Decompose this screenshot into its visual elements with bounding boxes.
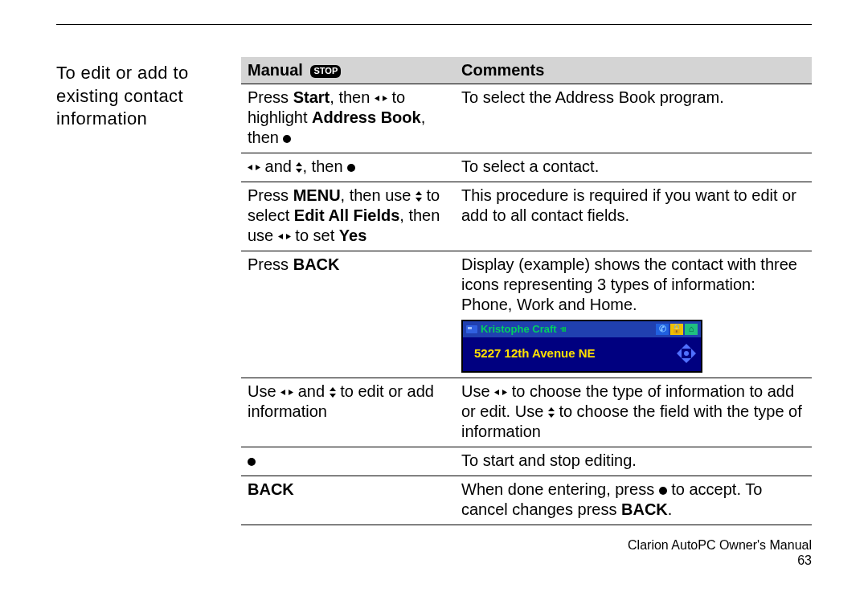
phone-icon: ✆ xyxy=(656,324,669,335)
table-row: BACK When done entering, press to accept… xyxy=(241,476,812,525)
table-row: Use and to edit or add information Use t… xyxy=(241,378,812,447)
up-down-icon xyxy=(330,387,336,398)
up-down-icon xyxy=(548,407,555,418)
text-bold: Yes xyxy=(339,227,366,244)
text: , then use xyxy=(341,186,416,204)
page-number: 63 xyxy=(628,553,812,568)
manual-cell xyxy=(241,447,455,476)
comment-cell: When done entering, press to accept. To … xyxy=(455,476,812,525)
comment-cell: This procedure is required if you want t… xyxy=(455,182,812,251)
left-right-icon xyxy=(248,165,260,171)
card-icon xyxy=(466,324,477,335)
table-row: and , then To select a contact. xyxy=(241,153,812,182)
enter-dot-icon xyxy=(248,458,256,466)
text-bold: BACK xyxy=(621,500,668,518)
manual-cell: Press BACK xyxy=(241,251,455,378)
left-right-icon xyxy=(280,390,293,396)
text-bold: BACK xyxy=(293,255,340,273)
text: and xyxy=(260,157,296,175)
instruction-table: Manual STOP Comments Press Start, then t… xyxy=(241,57,812,525)
lcd-example: Kristophe Craft ·ııı ✆ 🔒 ⌂ xyxy=(461,320,702,373)
dpad-icon xyxy=(677,344,696,363)
table-row: To start and stop editing. xyxy=(241,447,812,476)
col-manual: Manual STOP xyxy=(241,57,455,84)
work-icon: 🔒 xyxy=(670,324,683,335)
enter-dot-icon xyxy=(659,487,667,495)
top-rule xyxy=(56,24,812,25)
lcd-address: 5227 12th Avenue NE xyxy=(474,346,677,361)
text: to set xyxy=(291,227,339,244)
page-footer: Clarion AutoPC Owner's Manual 63 xyxy=(628,537,812,568)
manual-cell: Press MENU, then use to select Edit All … xyxy=(241,182,455,251)
comment-cell: To select a contact. xyxy=(455,153,812,182)
enter-dot-icon xyxy=(283,135,291,143)
manual-cell: and , then xyxy=(241,153,455,182)
text: Press xyxy=(248,88,293,106)
table-row: Press BACK Display (example) shows the c… xyxy=(241,251,812,378)
manual-cell: Press Start, then to highlight Address B… xyxy=(241,84,455,153)
enter-dot-icon xyxy=(347,164,355,172)
table-row: Press Start, then to highlight Address B… xyxy=(241,84,812,153)
section-heading: To edit or add to existing contact infor… xyxy=(56,57,241,131)
text: and xyxy=(293,382,329,400)
left-right-icon xyxy=(375,96,387,102)
text: Press xyxy=(248,255,293,273)
lcd-contact-name: Kristophe Craft xyxy=(481,323,557,336)
text: Press xyxy=(248,186,293,204)
text: . xyxy=(668,500,673,518)
text-bold: Address Book xyxy=(312,108,421,126)
home-icon: ⌂ xyxy=(685,324,698,335)
signal-icon: ·ııı xyxy=(560,325,566,335)
col-manual-label: Manual xyxy=(248,61,303,79)
manual-cell: BACK xyxy=(241,476,455,525)
text-bold: Edit All Fields xyxy=(294,206,400,224)
comment-cell: Display (example) shows the contact with… xyxy=(455,251,812,378)
comment-cell: To select the Address Book program. xyxy=(455,84,812,153)
text-bold: Start xyxy=(293,88,330,106)
col-comments: Comments xyxy=(455,57,812,84)
text: Use xyxy=(248,382,280,400)
text: , then xyxy=(330,88,375,106)
text: Display (example) shows the contact with… xyxy=(461,255,797,313)
table-row: Press MENU, then use to select Edit All … xyxy=(241,182,812,251)
stop-icon: STOP xyxy=(310,65,341,78)
lcd-titlebar: Kristophe Craft ·ııı ✆ 🔒 ⌂ xyxy=(463,321,701,337)
left-right-icon xyxy=(278,234,291,240)
comment-cell: To start and stop editing. xyxy=(455,447,812,476)
text: Use xyxy=(461,382,494,400)
footer-title: Clarion AutoPC Owner's Manual xyxy=(628,537,812,553)
up-down-icon xyxy=(416,191,422,202)
left-right-icon xyxy=(494,390,507,396)
text-bold: MENU xyxy=(293,186,341,204)
lcd-body: 5227 12th Avenue NE xyxy=(463,337,701,371)
text: When done entering, press xyxy=(461,480,659,498)
lcd-type-icons: ✆ 🔒 ⌂ xyxy=(656,324,698,335)
comment-cell: Use to choose the type of information to… xyxy=(455,378,812,447)
text: , then xyxy=(302,157,347,175)
manual-cell: Use and to edit or add information xyxy=(241,378,455,447)
text-bold: BACK xyxy=(248,480,294,498)
